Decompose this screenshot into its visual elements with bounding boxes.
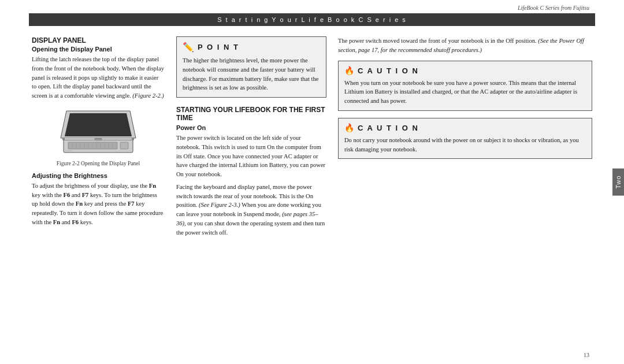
point-title: P O I N T [198, 43, 239, 51]
right-column: The power switch moved toward the front … [338, 36, 592, 344]
caution-2-title: C A U T I O N [358, 124, 419, 132]
opening-panel-subtitle: Opening the Display Panel [32, 46, 165, 53]
intro-text: The power switch moved toward the front … [338, 36, 592, 55]
point-box: ✏️ P O I N T The higher the brightness l… [176, 36, 326, 98]
svg-rect-17 [62, 138, 65, 140]
caution-1-icon: 🔥 [344, 66, 354, 76]
caution-box-2: 🔥 C A U T I O N Do not carry your notebo… [338, 118, 592, 159]
svg-rect-1 [68, 142, 117, 149]
middle-column: ✏️ P O I N T The higher the brightness l… [176, 36, 326, 344]
page-container: LifeBook C Series from Fujitsu S t a r t… [0, 0, 624, 364]
caution-1-title: C A U T I O N [358, 66, 419, 75]
chapter-tab: Two [612, 168, 624, 195]
laptop-illustration: Figure 2-2 Opening the Display Panel [32, 106, 165, 166]
display-panel-body: Lifting the latch releases the top of th… [32, 55, 165, 101]
svg-rect-16 [95, 138, 102, 140]
caution-1-text: When you turn on your notebook be sure y… [344, 79, 586, 106]
display-panel-title: DISPLAY PANEL [32, 36, 165, 44]
laptop-svg [52, 106, 144, 158]
main-content: DISPLAY PANEL Opening the Display Panel … [0, 26, 624, 350]
page-number: 13 [584, 352, 589, 358]
tab-label: Two [615, 175, 622, 188]
power-on-label: Power On [176, 124, 326, 131]
starting-para1: The power switch is located on the left … [176, 133, 326, 179]
point-header: ✏️ P O I N T [183, 42, 320, 53]
adjusting-brightness-body: To adjust the brightness of your display… [32, 181, 165, 227]
point-icon: ✏️ [183, 42, 194, 53]
header-series: LifeBook C Series from Fujitsu [0, 0, 624, 13]
svg-marker-15 [65, 113, 132, 136]
caution-2-text: Do not carry your notebook around with t… [344, 136, 586, 154]
svg-rect-18 [132, 138, 134, 140]
starting-section: STARTING YOUR LIFEBOOK FOR THE FIRST TIM… [176, 106, 326, 237]
starting-para2: Facing the keyboard and display panel, m… [176, 183, 326, 237]
adjusting-brightness-section: Adjusting the Brightness To adjust the b… [32, 172, 165, 227]
display-panel-section: DISPLAY PANEL Opening the Display Panel … [32, 36, 165, 101]
caution-1-header: 🔥 C A U T I O N [344, 66, 586, 76]
caution-box-1: 🔥 C A U T I O N When you turn on your no… [338, 61, 592, 111]
figure-caption: Figure 2-2 Opening the Display Panel [32, 161, 165, 166]
left-column: DISPLAY PANEL Opening the Display Panel … [32, 36, 165, 344]
adjusting-brightness-subtitle: Adjusting the Brightness [32, 172, 165, 179]
series-name: LifeBook C Series from Fujitsu [518, 5, 589, 11]
chapter-title: S t a r t i n g Y o u r L i f e B o o k … [217, 16, 407, 23]
display-panel-italic: (Figure 2-2.) [132, 92, 164, 99]
chapter-title-bar: S t a r t i n g Y o u r L i f e B o o k … [29, 13, 595, 26]
svg-rect-13 [120, 142, 128, 149]
starting-title: STARTING YOUR LIFEBOOK FOR THE FIRST TIM… [176, 106, 326, 122]
point-text: The higher the brightness level, the mor… [183, 56, 320, 92]
caution-2-header: 🔥 C A U T I O N [344, 123, 586, 133]
caution-2-icon: 🔥 [344, 123, 354, 133]
